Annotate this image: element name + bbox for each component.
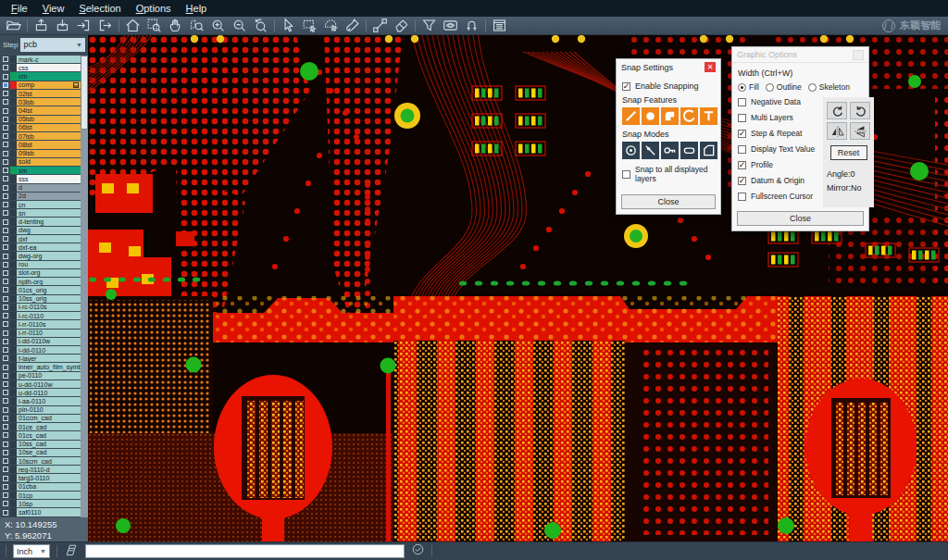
layer-row[interactable]: 10scm_cad	[0, 457, 81, 465]
layer-color-swatch[interactable]	[10, 320, 17, 328]
option-step-repeat[interactable]: Step & Repeat	[738, 129, 823, 138]
panel-icon[interactable]	[489, 18, 510, 34]
layer-color-swatch[interactable]	[10, 449, 17, 456]
layer-color-swatch[interactable]	[10, 158, 17, 166]
layer-name[interactable]: 04lst	[17, 106, 81, 114]
layer-visibility-checkbox[interactable]	[0, 98, 10, 106]
layer-row[interactable]: cm	[0, 72, 81, 80]
layer-row[interactable]: targ3-0110	[0, 474, 81, 481]
layer-row[interactable]: dxf-ea	[0, 243, 81, 251]
layer-row[interactable]: dwg-org	[0, 252, 81, 259]
checkbox-icon[interactable]	[3, 407, 8, 413]
layer-color-swatch[interactable]	[10, 56, 17, 63]
layer-row[interactable]: sss	[0, 175, 81, 182]
layer-row[interactable]: i-dd-0110w	[0, 338, 81, 345]
layer-name[interactable]: saf0110	[17, 508, 81, 516]
scrollbar-thumb[interactable]	[81, 56, 88, 130]
checkbox-icon[interactable]	[3, 254, 8, 259]
checkbox-icon[interactable]	[3, 74, 8, 80]
rotate-cw-icon[interactable]	[827, 102, 847, 119]
layer-name[interactable]: 10ss_orig	[17, 295, 81, 303]
layer-name[interactable]: 02lst	[17, 90, 81, 97]
layer-name[interactable]: css	[17, 64, 81, 71]
checkbox-icon[interactable]	[3, 373, 8, 379]
layer-visibility-checkbox[interactable]	[0, 150, 10, 157]
layer-color-swatch[interactable]	[10, 184, 17, 192]
layer-color-swatch[interactable]	[10, 397, 17, 404]
layer-row[interactable]: npth-org	[0, 278, 81, 285]
reset-button[interactable]: Reset	[830, 145, 867, 160]
layer-row[interactable]: saf0110	[0, 508, 81, 516]
layer-row[interactable]: i-rc-0110s	[0, 304, 81, 311]
layer-visibility-checkbox[interactable]	[0, 235, 10, 243]
layer-name[interactable]: 01cs_orig	[17, 286, 81, 293]
layer-visibility-checkbox[interactable]	[0, 389, 10, 396]
layer-row[interactable]: css	[0, 64, 81, 71]
checkbox-icon[interactable]	[3, 270, 8, 276]
layer-name[interactable]: 09lsb	[17, 150, 81, 157]
layer-name[interactable]: npth-org	[17, 278, 81, 285]
corner-snap-icon[interactable]	[700, 142, 717, 159]
layer-row[interactable]: f-layer	[0, 355, 81, 362]
checkbox-icon[interactable]	[622, 82, 630, 91]
option-fullscreen-cursor[interactable]: Fullscreen Cursor	[738, 192, 823, 201]
layer-name[interactable]: targ3-0110	[17, 474, 81, 481]
layer-name[interactable]: 07lsb	[17, 132, 81, 140]
layer-visibility-checkbox[interactable]	[0, 106, 10, 114]
layer-name[interactable]: d-tenting	[17, 218, 81, 225]
layer-name[interactable]: cm	[17, 72, 81, 80]
radio-fill[interactable]: Fill	[738, 82, 759, 92]
layer-visibility-checkbox[interactable]	[0, 227, 10, 234]
layer-visibility-checkbox[interactable]	[0, 243, 10, 251]
layer-row[interactable]: pe-0110	[0, 372, 81, 380]
checkbox-icon[interactable]	[3, 262, 8, 268]
checkbox-icon[interactable]	[3, 142, 8, 147]
layer-visibility-checkbox[interactable]	[0, 320, 10, 328]
layer-color-swatch[interactable]	[10, 406, 17, 414]
layer-row[interactable]: 01ccm_cad	[0, 415, 81, 422]
layer-name[interactable]: reg-0110-d	[17, 466, 81, 473]
layer-name[interactable]: i-rc-0110s	[17, 304, 81, 311]
layer-name[interactable]: 06lst	[17, 124, 81, 131]
checkbox-icon[interactable]	[3, 133, 8, 139]
layer-color-swatch[interactable]	[10, 81, 17, 89]
checkbox-icon[interactable]	[3, 176, 8, 181]
layer-name[interactable]: dxf-ea	[17, 243, 81, 251]
layer-visibility-checkbox[interactable]	[0, 449, 10, 456]
layer-visibility-checkbox[interactable]	[0, 474, 10, 481]
layer-row[interactable]: 01cs_orig	[0, 286, 81, 293]
layer-color-swatch[interactable]	[10, 355, 17, 362]
radio-outline[interactable]: Outline	[766, 82, 802, 92]
layer-color-swatch[interactable]	[10, 193, 17, 200]
layer-row[interactable]: 05lsb	[0, 116, 81, 123]
checkbox-icon[interactable]	[3, 432, 8, 438]
layer-name[interactable]: 2d	[17, 193, 81, 200]
layer-visibility-checkbox[interactable]	[0, 372, 10, 380]
layer-name[interactable]: 10scm_cad	[17, 457, 81, 465]
rect-select-icon[interactable]	[299, 18, 320, 34]
layer-visibility-checkbox[interactable]	[0, 330, 10, 337]
checkbox-icon[interactable]	[3, 244, 8, 250]
layer-color-swatch[interactable]	[10, 106, 17, 114]
layer-name[interactable]: i-rc-0110	[17, 312, 81, 319]
layer-color-swatch[interactable]	[10, 380, 17, 388]
import-icon[interactable]	[73, 18, 94, 34]
layer-name[interactable]: 08lst	[17, 141, 81, 148]
option-negative-data[interactable]: Negative Data	[738, 97, 823, 106]
layer-name[interactable]: sm	[17, 167, 81, 174]
layer-visibility-checkbox[interactable]	[0, 193, 10, 200]
checkbox-icon[interactable]	[3, 108, 8, 114]
zoom-prev-icon[interactable]	[250, 18, 271, 34]
layer-row[interactable]: i-aa-0110	[0, 397, 81, 404]
checkbox-icon[interactable]	[3, 365, 8, 370]
layer-row[interactable]: 07lsb	[0, 132, 81, 140]
layer-name[interactable]: i-rr-0110	[17, 330, 81, 337]
checkbox-icon[interactable]	[3, 287, 8, 292]
layer-visibility-checkbox[interactable]	[0, 423, 10, 430]
menu-item-help[interactable]: Help	[179, 2, 215, 15]
snap-icon[interactable]	[461, 18, 482, 34]
layer-color-swatch[interactable]	[10, 304, 17, 311]
layer-name[interactable]: sss	[17, 175, 81, 182]
option-datum-origin[interactable]: Datum & Origin	[738, 176, 823, 185]
layer-color-swatch[interactable]	[10, 372, 17, 380]
